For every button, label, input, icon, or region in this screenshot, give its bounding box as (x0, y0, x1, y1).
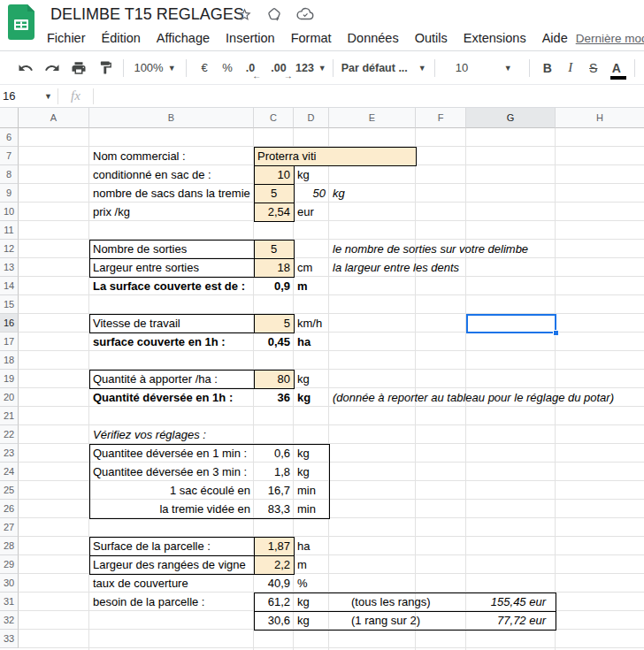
print-button[interactable] (67, 57, 90, 80)
name-box[interactable]: 16 ▼ (0, 89, 58, 103)
cell-B25[interactable]: 1 sac écoulé en (89, 481, 254, 500)
last-modified-link[interactable]: Dernière modifi (576, 32, 644, 45)
cell-D25[interactable]: min (294, 481, 329, 500)
cell-C24[interactable]: 1,8 (254, 463, 294, 481)
font-select[interactable]: Par défaut ...▼ (340, 57, 428, 80)
menu-item-donnees[interactable]: Données (340, 28, 407, 48)
cell-D24[interactable]: kg (294, 463, 329, 481)
cell-C16[interactable]: 5 (254, 314, 294, 333)
cell-C12[interactable]: 5 (254, 240, 294, 258)
redo-button[interactable] (41, 57, 64, 80)
cell-B26[interactable]: la tremie vidée en (89, 500, 254, 518)
selected-cell-G16[interactable] (466, 314, 556, 333)
fill-handle[interactable] (553, 330, 559, 336)
cell-D9[interactable]: 50 (294, 184, 329, 203)
cell-D23[interactable]: kg (294, 444, 329, 463)
cell-B24[interactable]: Quantitee déversée en 3 min : (89, 463, 254, 481)
cell-C13[interactable]: 18 (254, 258, 294, 277)
italic-button[interactable]: I (559, 57, 582, 80)
cell-C14[interactable]: 0,9 (254, 277, 294, 295)
cell-E20[interactable]: (donnée à reporter au tableau pour le ré… (329, 388, 416, 407)
menu-item-format[interactable]: Format (283, 28, 340, 48)
cell-F31[interactable]: 155,45 eur (416, 593, 556, 611)
cell-D20[interactable]: kg (294, 388, 329, 407)
move-to-drive-icon[interactable] (266, 6, 282, 22)
cell-D16[interactable]: km/h (294, 314, 329, 333)
cell-C25[interactable]: 16,7 (254, 481, 294, 500)
cell-B14[interactable]: La surface couverte est de : (89, 277, 254, 295)
cell-D8[interactable]: kg (294, 165, 329, 184)
formula-input[interactable] (94, 85, 644, 107)
text-color-button[interactable]: A (605, 57, 628, 80)
cell-B12[interactable]: Nombre de sorties (89, 240, 254, 258)
cell-B30[interactable]: taux de couverture (89, 574, 254, 593)
cell-C32[interactable]: 30,6 (254, 611, 294, 630)
cell-D17[interactable]: ha (294, 333, 329, 351)
menu-item-outils[interactable]: Outils (407, 28, 456, 48)
cell-D10[interactable]: eur (294, 203, 329, 221)
cell-C31[interactable]: 61,2 (254, 593, 294, 611)
cell-D29[interactable]: m (294, 555, 329, 574)
cell-D26[interactable]: min (294, 500, 329, 518)
cell-E32[interactable]: (1 rang sur 2) (329, 611, 416, 630)
cell-C29[interactable]: 2,2 (254, 555, 294, 574)
menu-item-affichage[interactable]: Affichage (149, 28, 218, 48)
cell-B29[interactable]: Largeur des rangées de vigne (89, 555, 254, 574)
menu-item-extensions[interactable]: Extensions (456, 28, 534, 48)
menu-item-edition[interactable]: Édition (94, 28, 149, 48)
zoom-select[interactable]: 100%▼ (130, 57, 180, 80)
cell-D31[interactable]: kg (294, 593, 329, 611)
cell-B20[interactable]: Quantité déversée en 1h : (89, 388, 254, 407)
cell-B17[interactable]: surface couverte en 1h : (89, 333, 254, 351)
cell-E9[interactable]: kg (329, 184, 416, 203)
cell-B23[interactable]: Quantitee déversée en 1 min : (89, 444, 254, 463)
cell-E31[interactable]: (tous les rangs) (329, 593, 416, 611)
cell-E12[interactable]: le nombre de sorties sur votre delimbe (329, 240, 416, 258)
cell-B8[interactable]: conditionné en sac de : (89, 165, 254, 184)
cell-B28[interactable]: Surface de la parcelle : (89, 537, 254, 555)
cell-E13[interactable]: la largeur entre les dents (329, 258, 416, 277)
cell-C10[interactable]: 2,54 (254, 203, 294, 221)
menu-item-insertion[interactable]: Insertion (218, 28, 283, 48)
cell-C28[interactable]: 1,87 (254, 537, 294, 555)
cell-C7[interactable]: Proterra viti (254, 147, 416, 165)
cell-D14[interactable]: m (294, 277, 329, 295)
cell-B31[interactable]: besoin de la parcelle : (89, 593, 254, 611)
paint-format-button[interactable] (94, 57, 117, 80)
decrease-decimals-button[interactable]: .0← (239, 57, 262, 80)
cell-D30[interactable]: % (294, 574, 329, 593)
strikethrough-button[interactable]: S (582, 57, 605, 80)
cell-D32[interactable]: kg (294, 611, 329, 630)
star-icon[interactable] (237, 7, 252, 22)
cell-C17[interactable]: 0,45 (254, 333, 294, 351)
cell-D13[interactable]: cm (294, 258, 329, 277)
cell-C20[interactable]: 36 (254, 388, 294, 407)
cell-C23[interactable]: 0,6 (254, 444, 294, 463)
undo-button[interactable] (14, 57, 37, 80)
cloud-saved-icon[interactable] (296, 7, 314, 21)
cell-F32[interactable]: 77,72 eur (416, 611, 556, 630)
cell-B7[interactable]: Nom commercial : (89, 147, 254, 165)
more-formats-button[interactable]: 123▼ (295, 57, 326, 80)
cell-B16[interactable]: Vitesse de travail (89, 314, 254, 333)
bold-button[interactable]: B (536, 57, 559, 80)
cell-C8[interactable]: 10 (254, 165, 294, 184)
cell-C26[interactable]: 83,3 (254, 500, 294, 518)
cell-B19[interactable]: Quantité à apporter /ha : (89, 370, 254, 388)
menu-item-aide[interactable]: Aide (534, 28, 576, 48)
format-currency-button[interactable]: € (193, 57, 216, 80)
cell-C19[interactable]: 80 (254, 370, 294, 388)
menu-item-fichier[interactable]: Fichier (39, 28, 94, 48)
document-title[interactable]: DELIMBE T15 REGLAGES (50, 5, 244, 24)
font-size-select[interactable]: 10▼ (441, 57, 523, 80)
cell-D28[interactable]: ha (294, 537, 329, 555)
increase-decimals-button[interactable]: .00→ (267, 57, 290, 80)
cell-B22[interactable]: Vérifiez vos réglages : (89, 425, 254, 444)
cell-D19[interactable]: kg (294, 370, 329, 388)
cell-C30[interactable]: 40,9 (254, 574, 294, 593)
cell-B9[interactable]: nombre de sacs dans la tremie (89, 184, 254, 203)
cell-C9[interactable]: 5 (254, 184, 294, 203)
format-percent-button[interactable]: % (216, 57, 239, 80)
cell-B13[interactable]: Largeur entre sorties (89, 258, 254, 277)
cell-B10[interactable]: prix /kg (89, 203, 254, 221)
